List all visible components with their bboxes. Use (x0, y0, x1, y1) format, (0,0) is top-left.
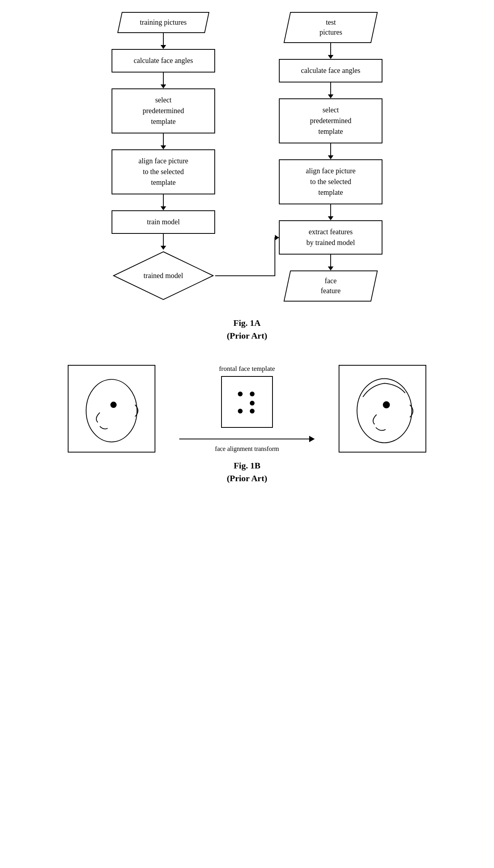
trained-model-diamond-wrapper: trained model (112, 250, 215, 302)
calc-face-angles-left: calculate face angles (112, 49, 215, 72)
svg-point-2 (86, 379, 137, 442)
fig1a-caption: Fig. 1A (Prior Art) (24, 310, 470, 345)
arrow-1-left (161, 33, 166, 49)
input-face-svg (69, 366, 155, 452)
output-face-svg (339, 366, 425, 452)
fig1a-label: Fig. 1A (24, 318, 470, 328)
svg-point-9 (357, 378, 412, 443)
svg-point-3 (110, 402, 117, 408)
select-template-left: selectpredeterminedtemplate (112, 88, 215, 133)
output-face-box (339, 365, 426, 453)
fig1a-prior-art: (Prior Art) (24, 331, 470, 341)
fig1b-label: Fig. 1B (227, 460, 267, 471)
transform-arrow-container: face alignment transform (179, 436, 315, 453)
template-box (221, 376, 273, 428)
fig1b-prior-art: (Prior Art) (227, 473, 267, 484)
select-template-right: selectpredeterminedtemplate (279, 98, 382, 143)
arrow-4-left (161, 194, 166, 210)
fig1b-section: frontal face template (0, 353, 494, 496)
template-label-text: frontal face template (219, 365, 275, 373)
arrow-5-left (161, 234, 166, 250)
arrow-5-right (328, 255, 333, 270)
arrow-1-right (328, 43, 333, 59)
template-wrapper: frontal face template (179, 365, 315, 453)
training-pictures-node: training pictures (117, 12, 209, 33)
align-face-left: align face pictureto the selectedtemplat… (112, 149, 215, 194)
arrow-3-left (161, 133, 166, 149)
arrow-4-right (328, 204, 333, 220)
left-flow-column: training pictures calculate face angles … (96, 12, 231, 302)
arrow-3-right (328, 143, 333, 159)
arrow-2-left (161, 72, 166, 88)
arrow-2-right (328, 82, 333, 98)
transform-arrow (179, 436, 315, 442)
svg-point-4 (238, 392, 243, 396)
dots-svg (229, 384, 265, 420)
right-flow-column: testpictures calculate face angles selec… (263, 12, 398, 302)
calc-face-angles-right: calculate face angles (279, 59, 382, 82)
svg-point-10 (383, 401, 390, 408)
extract-features-node: extract featuresby trained model (279, 220, 382, 255)
fig1b-diagram: frontal face template (68, 365, 426, 453)
input-face-box (68, 365, 155, 453)
flowchart: training pictures calculate face angles … (24, 12, 470, 310)
test-pictures-node: testpictures (284, 12, 378, 43)
trained-model-label: trained model (143, 271, 183, 281)
svg-point-8 (250, 409, 255, 413)
svg-point-7 (238, 409, 243, 413)
train-model-node: train model (112, 210, 215, 234)
fig1b-caption: Fig. 1B (Prior Art) (227, 453, 267, 488)
transform-label-text: face alignment transform (215, 445, 279, 453)
fig1a-section: training pictures calculate face angles … (0, 0, 494, 353)
svg-point-6 (250, 401, 255, 406)
svg-point-5 (250, 392, 255, 396)
align-face-right: align face pictureto the selectedtemplat… (279, 159, 382, 204)
face-feature-node: facefeature (284, 270, 378, 302)
cross-arrow-svg (24, 12, 470, 310)
